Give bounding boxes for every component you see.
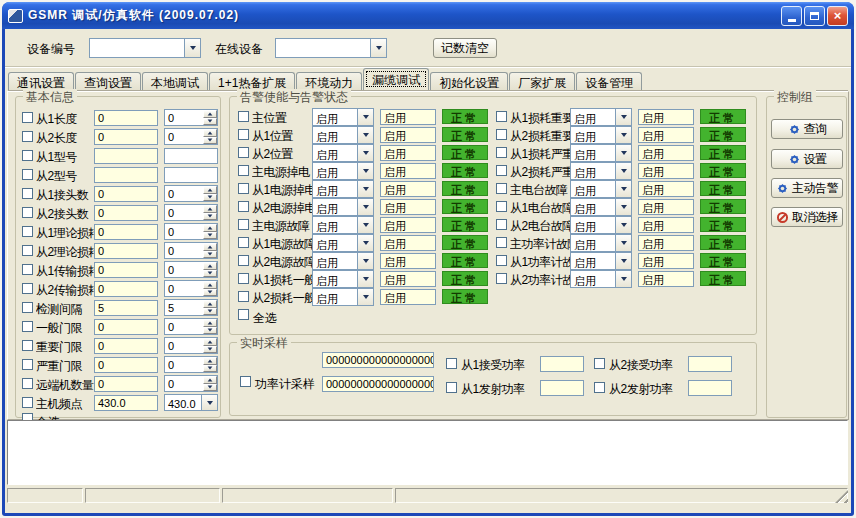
power-meter-checkbox[interactable] <box>240 376 251 387</box>
row-checkbox[interactable] <box>22 378 33 389</box>
alarm-enable-combobox[interactable]: 启用 <box>312 108 374 126</box>
row-checkbox[interactable] <box>22 321 33 332</box>
alarm-enable-combobox[interactable]: 启用 <box>312 126 374 144</box>
dropdown-arrow-icon[interactable] <box>184 39 200 57</box>
row-checkbox[interactable] <box>22 283 33 294</box>
spinner-field[interactable]: 0 <box>164 356 218 373</box>
spin-down-button[interactable] <box>203 232 217 240</box>
alarm-enable-combobox[interactable]: 启用 <box>312 234 374 252</box>
dropdown-arrow-icon[interactable] <box>357 289 373 305</box>
alarm-checkbox[interactable] <box>496 111 507 122</box>
counter-field-1[interactable]: 00000000000000000000 <box>322 352 434 368</box>
alarm-checkbox[interactable] <box>238 255 249 266</box>
spin-up-button[interactable] <box>203 110 217 118</box>
spinner-field[interactable]: 0 <box>164 204 218 221</box>
alarm-enable-field[interactable]: 启用 <box>380 289 436 305</box>
dropdown-arrow-icon[interactable] <box>357 145 373 161</box>
minimize-button[interactable] <box>781 6 802 26</box>
alarm-enable-field[interactable]: 启用 <box>380 109 436 125</box>
dropdown-arrow-icon[interactable] <box>357 163 373 179</box>
alarm-enable-combobox[interactable]: 启用 <box>570 234 632 252</box>
alarm-enable-field[interactable]: 启用 <box>380 163 436 179</box>
dropdown-arrow-icon[interactable] <box>370 39 386 57</box>
dropdown-arrow-icon[interactable] <box>615 163 631 179</box>
alarm-enable-field[interactable]: 启用 <box>638 217 694 233</box>
spin-down-button[interactable] <box>203 365 217 373</box>
dropdown-arrow-icon[interactable] <box>615 235 631 251</box>
alarm-enable-combobox[interactable]: 启用 <box>312 216 374 234</box>
row-checkbox[interactable] <box>22 397 33 408</box>
alarm-enable-combobox[interactable]: 启用 <box>570 270 632 288</box>
row-checkbox[interactable] <box>22 302 33 313</box>
value-field[interactable]: 430.0 <box>94 395 158 411</box>
value-field-2[interactable] <box>164 167 218 183</box>
spinner-field[interactable]: 5 <box>164 299 218 316</box>
sampling-checkbox[interactable] <box>446 358 457 369</box>
alarm-enable-field[interactable]: 启用 <box>380 217 436 233</box>
spin-down-button[interactable] <box>203 213 217 221</box>
alarm-enable-field[interactable]: 启用 <box>380 127 436 143</box>
alarm-checkbox[interactable] <box>496 129 507 140</box>
alarm-enable-field[interactable]: 启用 <box>380 181 436 197</box>
row-checkbox[interactable] <box>22 188 33 199</box>
row-checkbox[interactable] <box>22 112 33 123</box>
spinner-field[interactable]: 0 <box>164 375 218 392</box>
alarm-enable-field[interactable]: 启用 <box>380 253 436 269</box>
spinner-field[interactable]: 0 <box>164 128 218 145</box>
dropdown-arrow-icon[interactable] <box>357 253 373 269</box>
alarm-enable-combobox[interactable]: 启用 <box>312 162 374 180</box>
dropdown-arrow-icon[interactable] <box>357 181 373 197</box>
alarm-enable-field[interactable]: 启用 <box>380 199 436 215</box>
row-checkbox[interactable] <box>22 359 33 370</box>
alarm-checkbox[interactable] <box>238 291 249 302</box>
value-field[interactable]: 0 <box>94 129 158 145</box>
dropdown-arrow-icon[interactable] <box>357 127 373 143</box>
spin-down-button[interactable] <box>203 270 217 278</box>
value-field[interactable]: 0 <box>94 186 158 202</box>
row-checkbox[interactable] <box>22 226 33 237</box>
alarm-checkbox[interactable] <box>238 237 249 248</box>
alarm-checkbox[interactable] <box>238 111 249 122</box>
tab-通讯设置[interactable]: 通讯设置 <box>8 72 74 90</box>
dropdown-arrow-icon[interactable] <box>615 253 631 269</box>
spin-up-button[interactable] <box>203 319 217 327</box>
alarm-enable-field[interactable]: 启用 <box>638 163 694 179</box>
tab-厂家扩展[interactable]: 厂家扩展 <box>509 72 575 90</box>
spin-down-button[interactable] <box>203 384 217 392</box>
spin-up-button[interactable] <box>203 357 217 365</box>
value-field[interactable] <box>94 167 158 183</box>
tab-本地调试[interactable]: 本地调试 <box>142 72 208 90</box>
control-button-取消选择[interactable]: 取消选择 <box>771 207 843 227</box>
sampling-field[interactable] <box>540 380 584 396</box>
dropdown-arrow-icon[interactable] <box>615 145 631 161</box>
spin-down-button[interactable] <box>203 289 217 297</box>
tab-环境动力[interactable]: 环境动力 <box>296 72 362 90</box>
alarm-enable-field[interactable]: 启用 <box>638 271 694 287</box>
alarm-enable-combobox[interactable]: 启用 <box>312 180 374 198</box>
alarm-enable-combobox[interactable]: 启用 <box>570 144 632 162</box>
tab-查询设置[interactable]: 查询设置 <box>75 72 141 90</box>
alarm-checkbox[interactable] <box>496 147 507 158</box>
log-area[interactable] <box>7 420 848 485</box>
alarm-enable-combobox[interactable]: 启用 <box>312 252 374 270</box>
alarm-enable-field[interactable]: 启用 <box>638 145 694 161</box>
value-field[interactable]: 0 <box>94 243 158 259</box>
control-button-设置[interactable]: 设置 <box>771 149 843 169</box>
sampling-field[interactable] <box>688 380 732 396</box>
sampling-field[interactable] <box>540 356 584 372</box>
dropdown-arrow-icon[interactable] <box>615 199 631 215</box>
spinner-field[interactable]: 0 <box>164 337 218 354</box>
sampling-field[interactable] <box>688 356 732 372</box>
value-field[interactable] <box>94 148 158 164</box>
alarm-checkbox[interactable] <box>496 183 507 194</box>
tab-漏缆调试[interactable]: 漏缆调试 <box>363 68 429 90</box>
alarm-enable-field[interactable]: 启用 <box>638 127 694 143</box>
value-field[interactable]: 0 <box>94 376 158 392</box>
spinner-field[interactable]: 0 <box>164 318 218 335</box>
spin-up-button[interactable] <box>203 262 217 270</box>
spin-up-button[interactable] <box>203 129 217 137</box>
alarm-enable-combobox[interactable]: 启用 <box>570 126 632 144</box>
dropdown-arrow-icon[interactable] <box>357 271 373 287</box>
value-field-2[interactable] <box>164 148 218 164</box>
value-field[interactable]: 0 <box>94 110 158 126</box>
